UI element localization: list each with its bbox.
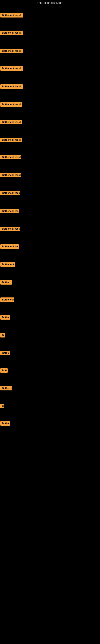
bottleneck-badge-2: Bottleneck result [0, 30, 23, 35]
bottleneck-badge-9: Bottleneck result [0, 155, 21, 160]
bottleneck-result-9: Bottleneck result [0, 155, 21, 160]
bottleneck-badge-10: Bottleneck result [0, 173, 21, 177]
bottleneck-badge-5: Bottleneck result [0, 84, 23, 89]
bottleneck-badge-21: Bott [0, 368, 8, 373]
bottleneck-badge-20: Bottle [0, 351, 10, 355]
bottleneck-badge-16: Bottlen [0, 280, 12, 284]
bottleneck-badge-4: Bottleneck result [0, 66, 23, 71]
site-title: TheBottlenecker.com [0, 0, 100, 6]
bottleneck-result-17: Bottleneck [0, 298, 14, 303]
bottleneck-badge-19: Bo [0, 333, 5, 338]
bottleneck-result-7: Bottleneck result [0, 120, 22, 125]
bottleneck-result-6: Bottleneck result [0, 102, 22, 108]
bottleneck-badge-11: Bottleneck result [0, 191, 20, 195]
bottleneck-result-20: Bottle [0, 351, 10, 356]
bottleneck-result-15: Bottleneck r [0, 262, 15, 268]
bottleneck-badge-1: Bottleneck result [0, 13, 23, 18]
bottleneck-result-18: Bottle [0, 315, 10, 320]
bottleneck-badge-6: Bottleneck result [0, 102, 22, 107]
bottleneck-result-2: Bottleneck result [0, 30, 23, 36]
bottleneck-result-13: Bottleneck result [0, 226, 20, 232]
bottleneck-result-11: Bottleneck result [0, 191, 20, 196]
bottleneck-result-14: Bottleneck resu [0, 244, 19, 250]
bottleneck-badge-3: Bottleneck result [0, 49, 23, 53]
bottleneck-badge-13: Bottleneck result [0, 226, 20, 231]
bottleneck-result-22: Bottlens [0, 386, 12, 391]
results-container: Bottleneck resultBottleneck resultBottle… [0, 6, 100, 640]
bottleneck-result-19: Bo [0, 333, 5, 338]
bottleneck-result-4: Bottleneck result [0, 66, 23, 72]
bottleneck-result-21: Bott [0, 368, 8, 374]
bottleneck-badge-22: Bottlens [0, 386, 12, 390]
bottleneck-result-16: Bottlen [0, 280, 12, 285]
bottleneck-result-24: Bottle [0, 421, 10, 426]
bottleneck-result-10: Bottleneck result [0, 173, 21, 178]
bottleneck-result-23: B [0, 404, 3, 409]
site-header: TheBottlenecker.com [0, 0, 100, 6]
bottleneck-badge-17: Bottleneck [0, 298, 14, 302]
bottleneck-badge-24: Bottle [0, 421, 10, 426]
bottleneck-badge-12: Bottleneck resu [0, 209, 19, 213]
bottleneck-badge-8: Bottleneck result [0, 138, 22, 142]
bottleneck-result-8: Bottleneck result [0, 138, 22, 143]
bottleneck-badge-7: Bottleneck result [0, 120, 22, 124]
bottleneck-badge-23: B [0, 404, 3, 408]
bottleneck-result-1: Bottleneck result [0, 13, 23, 18]
bottleneck-badge-14: Bottleneck resu [0, 244, 19, 249]
bottleneck-result-3: Bottleneck result [0, 49, 23, 54]
bottleneck-badge-15: Bottleneck r [0, 262, 15, 267]
bottleneck-badge-18: Bottle [0, 315, 10, 320]
bottleneck-result-5: Bottleneck result [0, 84, 23, 90]
bottleneck-result-12: Bottleneck resu [0, 209, 19, 214]
